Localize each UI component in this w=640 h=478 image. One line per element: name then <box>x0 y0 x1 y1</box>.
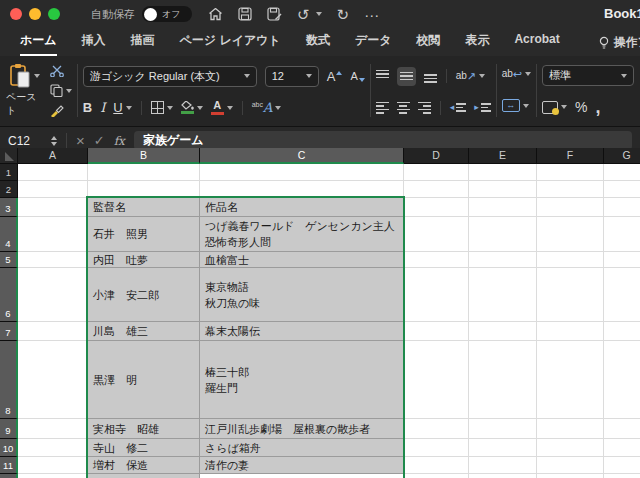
cell-A11[interactable] <box>18 457 88 474</box>
row-header-3[interactable]: 3 <box>0 198 18 217</box>
cell-C12[interactable]: 家族ゲーム <box>200 474 404 478</box>
cell-E5[interactable] <box>469 252 537 268</box>
column-header-E[interactable]: E <box>469 148 537 164</box>
cell-A5[interactable] <box>18 252 88 268</box>
cell-C6[interactable]: 東京物語秋刀魚の味 <box>200 268 404 322</box>
align-center-button[interactable] <box>397 101 410 114</box>
cell-E12[interactable] <box>469 474 537 478</box>
name-box-stepper[interactable] <box>51 136 57 146</box>
cell-E4[interactable] <box>469 217 537 252</box>
cell-C5[interactable]: 血槍富士 <box>200 252 404 268</box>
tab-校閲[interactable]: 校閲 <box>416 32 440 56</box>
cell-C8[interactable]: 椿三十郎羅生門 <box>200 341 404 419</box>
row-header-2[interactable]: 2 <box>0 181 18 198</box>
column-header-B[interactable]: B <box>88 148 200 164</box>
tab-Acrobat[interactable]: Acrobat <box>514 32 559 56</box>
undo-icon[interactable]: ↺ <box>297 7 310 22</box>
number-format-combo[interactable]: 標準 <box>542 65 634 86</box>
cell-A7[interactable] <box>18 322 88 341</box>
borders-button[interactable] <box>151 101 173 114</box>
cell-B10[interactable]: 寺山 修二 <box>88 439 200 457</box>
tab-ページ レイアウト[interactable]: ページ レイアウト <box>180 32 281 56</box>
cell-D11[interactable] <box>404 457 469 474</box>
cell-C9[interactable]: 江戸川乱歩劇場 屋根裏の散歩者 <box>200 419 404 439</box>
cancel-icon[interactable]: × <box>76 133 85 148</box>
row-header-1[interactable]: 1 <box>0 164 18 181</box>
cell-C3[interactable]: 作品名 <box>200 198 404 217</box>
insert-function-icon[interactable]: fx <box>114 134 125 148</box>
cell-F7[interactable] <box>537 322 604 341</box>
cell-E7[interactable] <box>469 322 537 341</box>
cell-A10[interactable] <box>18 439 88 457</box>
cell-F6[interactable] <box>537 268 604 322</box>
cell-A4[interactable] <box>18 217 88 252</box>
cell-A8[interactable] <box>18 341 88 419</box>
cell-B6[interactable]: 小津 安二郎 <box>88 268 200 322</box>
cell-F1[interactable] <box>537 164 604 181</box>
tab-描画[interactable]: 描画 <box>131 32 155 56</box>
font-name-combo[interactable]: 游ゴシック Regular (本文) <box>83 66 257 87</box>
grow-font-button[interactable]: A <box>327 70 343 83</box>
enter-icon[interactable]: ✓ <box>94 134 105 147</box>
cell-D1[interactable] <box>404 164 469 181</box>
cell-A12[interactable] <box>18 474 88 478</box>
paste-button[interactable]: ペースト <box>6 63 43 118</box>
cell-D2[interactable] <box>404 181 469 198</box>
cell-D10[interactable] <box>404 439 469 457</box>
cell-D7[interactable] <box>404 322 469 341</box>
tab-挿入[interactable]: 挿入 <box>82 32 106 56</box>
fill-color-button[interactable] <box>181 101 203 114</box>
select-all-corner[interactable] <box>0 148 18 164</box>
cell-E6[interactable] <box>469 268 537 322</box>
comma-style-button[interactable]: , <box>595 98 600 116</box>
cell-A2[interactable] <box>18 181 88 198</box>
cell-B3[interactable]: 監督名 <box>88 198 200 217</box>
column-header-G[interactable]: G <box>604 148 640 164</box>
save-as-icon[interactable] <box>267 7 282 21</box>
cut-button[interactable] <box>50 65 72 77</box>
copy-button[interactable] <box>50 84 72 97</box>
cell-C10[interactable]: さらば箱舟 <box>200 439 404 457</box>
cell-E2[interactable] <box>469 181 537 198</box>
cell-C4[interactable]: つげ義春ワールド ゲンセンカン主人恐怖奇形人間 <box>200 217 404 252</box>
name-box[interactable]: C12 <box>8 134 42 148</box>
font-color-button[interactable]: A <box>211 100 233 115</box>
cell-D4[interactable] <box>404 217 469 252</box>
cell-E3[interactable] <box>469 198 537 217</box>
cell-E10[interactable] <box>469 439 537 457</box>
cell-B8[interactable]: 黒澤 明 <box>88 341 200 419</box>
cell-F5[interactable] <box>537 252 604 268</box>
merge-center-button[interactable]: ↔ <box>502 99 529 112</box>
row-header-12[interactable]: 12 <box>0 474 18 478</box>
align-right-button[interactable] <box>418 101 431 114</box>
percent-style-button[interactable]: % <box>575 100 587 114</box>
italic-button[interactable]: I <box>100 101 105 114</box>
cell-G11[interactable] <box>604 457 640 474</box>
cell-C7[interactable]: 幕末太陽伝 <box>200 322 404 341</box>
more-commands-icon[interactable]: ··· <box>364 7 379 22</box>
cell-F4[interactable] <box>537 217 604 252</box>
cell-D5[interactable] <box>404 252 469 268</box>
phonetic-guide-button[interactable]: abcA <box>252 101 282 114</box>
cell-B9[interactable]: 実相寺 昭雄 <box>88 419 200 439</box>
cell-G9[interactable] <box>604 419 640 439</box>
home-icon[interactable] <box>208 7 223 21</box>
column-header-F[interactable]: F <box>537 148 604 164</box>
cell-A3[interactable] <box>18 198 88 217</box>
cell-A6[interactable] <box>18 268 88 322</box>
redo-icon[interactable]: ↻ <box>337 7 350 22</box>
row-header-9[interactable]: 9 <box>0 419 18 439</box>
paste-menu-chevron-icon[interactable] <box>34 74 40 78</box>
cell-B11[interactable]: 増村 保造 <box>88 457 200 474</box>
row-header-7[interactable]: 7 <box>0 322 18 341</box>
undo-menu-chevron-icon[interactable] <box>316 12 322 16</box>
wrap-text-button[interactable]: ab↩ <box>502 69 531 80</box>
column-header-A[interactable]: A <box>18 148 88 164</box>
align-left-button[interactable] <box>376 101 389 114</box>
cell-G12[interactable] <box>604 474 640 478</box>
cell-B4[interactable]: 石井 照男 <box>88 217 200 252</box>
cell-B7[interactable]: 川島 雄三 <box>88 322 200 341</box>
tell-me-assist[interactable]: 操作アシスト <box>599 34 640 56</box>
row-header-8[interactable]: 8 <box>0 341 18 419</box>
cell-E9[interactable] <box>469 419 537 439</box>
